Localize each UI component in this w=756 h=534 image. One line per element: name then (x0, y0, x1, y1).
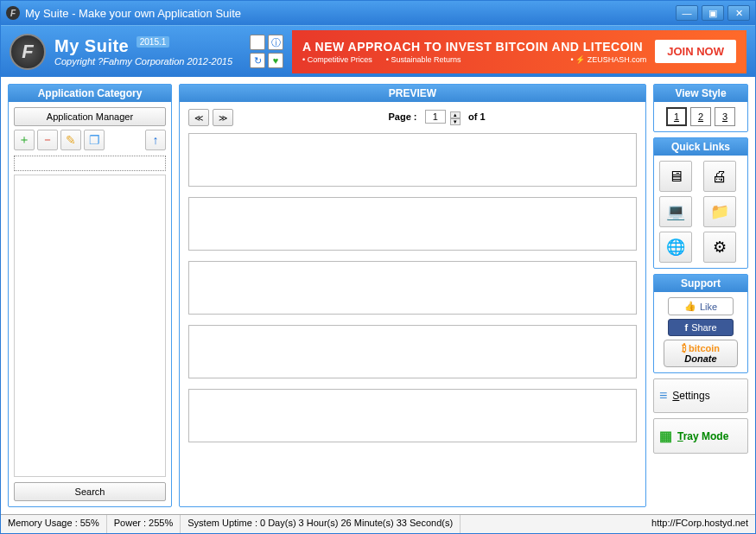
home-icon[interactable]: ⌂ (250, 35, 265, 50)
total-pages: 1 (480, 111, 485, 122)
view-style-title: View Style (654, 85, 747, 102)
app-window: F My Suite - Make your own Application S… (0, 0, 756, 534)
right-sidebar: View Style 1 2 3 Quick Links 🖥 🖨 💻 📁 🌐 ⚙ (653, 84, 748, 507)
remove-button[interactable]: － (37, 130, 58, 150)
toolbar-spacer (107, 130, 143, 150)
status-url: http://FCorp.hostyd.net (461, 515, 755, 533)
category-title: Application Category (9, 85, 171, 102)
page-label: Page : (389, 111, 417, 122)
titlebar: F My Suite - Make your own Application S… (1, 1, 755, 25)
ad-cta-button[interactable]: JOIN NOW (655, 40, 736, 63)
category-panel: Application Category Application Manager… (8, 84, 172, 507)
quicklink-desktop-icon[interactable]: 💻 (659, 196, 692, 227)
version-badge: 2015.1 (137, 36, 170, 48)
app-icon: F (6, 6, 20, 20)
status-uptime: System Uptime : 0 Day(s) 3 Hour(s) 26 Mi… (181, 515, 461, 533)
preview-slot-5[interactable] (188, 389, 637, 442)
quicklink-printer-icon[interactable]: 🖨 (703, 161, 736, 192)
ad-title: A NEW APPROACH TO INVEST BITCOIN AND LIT… (302, 40, 646, 54)
view-style-2[interactable]: 2 (690, 107, 711, 126)
statusbar: Memory Usage : 55% Power : 255% System U… (1, 514, 755, 533)
support-title: Support (654, 275, 747, 292)
preview-slot-4[interactable] (188, 325, 637, 378)
page-number-input[interactable]: 1 (425, 110, 446, 124)
status-memory: Memory Usage : 55% (1, 515, 107, 533)
minimize-button[interactable]: — (676, 5, 698, 21)
bitcoin-donate-button[interactable]: bitcoin Donate (664, 340, 738, 367)
facebook-icon: f (684, 322, 688, 333)
ad-bullet2: Sustainable Returns (386, 55, 461, 64)
view-style-1[interactable]: 1 (666, 107, 687, 126)
edit-button[interactable]: ✎ (60, 130, 81, 150)
quicklink-gear-icon[interactable]: ⚙ (703, 232, 736, 263)
window-title: My Suite - Make your own Application Sui… (25, 7, 676, 20)
settings-button[interactable]: ≡ Settings (653, 378, 748, 413)
of-label: of (468, 111, 477, 122)
share-button[interactable]: fShare (668, 319, 734, 336)
thumbs-up-icon: 👍 (684, 301, 696, 312)
next-page-button[interactable]: ≫ (213, 109, 233, 126)
ad-bullet1: Competitive Prices (302, 55, 372, 64)
preview-slot-2[interactable] (188, 197, 637, 251)
heart-icon[interactable]: ♥ (268, 53, 283, 68)
maximize-button[interactable]: ▣ (702, 5, 724, 21)
quick-links-panel: Quick Links 🖥 🖨 💻 📁 🌐 ⚙ (653, 137, 748, 269)
quicklink-globe-icon[interactable]: 🌐 (659, 232, 692, 263)
category-list[interactable] (14, 175, 166, 477)
page-up-button[interactable]: ▲ (450, 111, 461, 118)
view-style-panel: View Style 1 2 3 (653, 84, 748, 132)
page-down-button[interactable]: ▼ (450, 118, 461, 125)
ad-banner[interactable]: A NEW APPROACH TO INVEST BITCOIN AND LIT… (292, 30, 746, 73)
preview-slot-1[interactable] (188, 133, 637, 187)
up-button[interactable]: ↑ (145, 130, 166, 150)
status-power: Power : 255% (107, 515, 181, 533)
preview-title: PREVIEW (180, 85, 645, 102)
settings-icon: ≡ (659, 388, 667, 404)
preview-panel: PREVIEW ≪ ≫ Page : 1 ▲ ▼ of (179, 84, 646, 507)
search-button[interactable]: Search (14, 482, 166, 501)
quicklink-folder-icon[interactable]: 📁 (703, 196, 736, 227)
ad-brand: ⚡ ZEUSHASH.com (571, 55, 647, 64)
header: F My Suite 2015.1 Copyright ?Fahmy Corpo… (1, 25, 755, 77)
info-icon[interactable]: ⓘ (268, 35, 283, 50)
category-filter-input[interactable] (14, 156, 166, 171)
view-style-3[interactable]: 3 (715, 107, 735, 126)
copy-button[interactable]: ❐ (84, 130, 105, 150)
prev-page-button[interactable]: ≪ (188, 109, 209, 126)
support-panel: Support 👍Like fShare bitcoin Donate (653, 274, 748, 373)
body: Application Category Application Manager… (1, 77, 755, 514)
copyright: Copyright ?Fahmy Corporation 2012-2015 (54, 56, 232, 67)
add-button[interactable]: ＋ (14, 130, 35, 150)
preview-slot-3[interactable] (188, 261, 637, 315)
app-name: My Suite (54, 36, 129, 55)
close-button[interactable]: ✕ (727, 5, 750, 21)
quick-links-title: Quick Links (654, 138, 747, 156)
tray-mode-button[interactable]: ▦ Tray Mode (653, 418, 748, 454)
quicklink-monitor-icon[interactable]: 🖥 (659, 161, 692, 192)
like-button[interactable]: 👍Like (668, 297, 734, 315)
tray-icon: ▦ (659, 428, 672, 444)
refresh-icon[interactable]: ↻ (250, 53, 265, 68)
application-manager-button[interactable]: Application Manager (14, 107, 166, 126)
logo-icon: F (10, 34, 46, 70)
